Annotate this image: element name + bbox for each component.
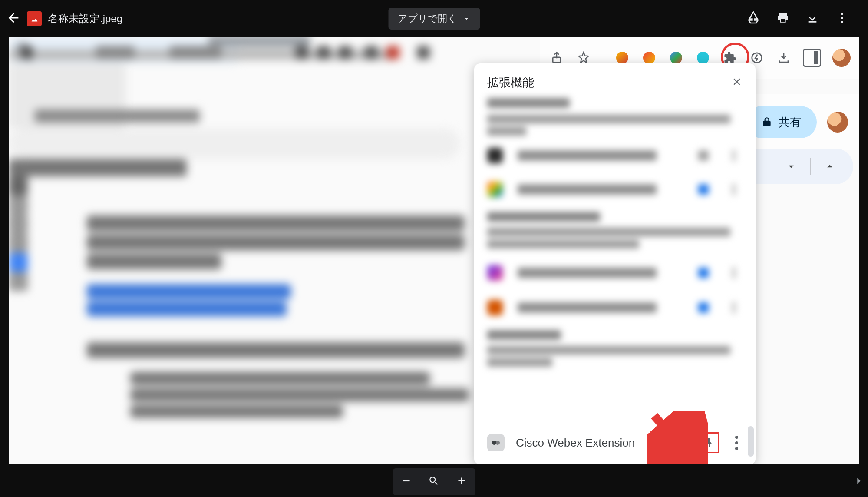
svg-point-1 <box>841 17 843 19</box>
more-options-icon[interactable] <box>835 11 849 27</box>
close-button[interactable] <box>731 76 743 89</box>
zoom-in-button[interactable] <box>456 475 467 488</box>
doc-profile-avatar[interactable] <box>827 112 848 133</box>
share-button[interactable]: 共有 <box>746 106 817 138</box>
doc-toolbar-right <box>745 149 853 184</box>
extensions-popup: 拡張機能 <box>474 63 756 464</box>
extension-item-cisco[interactable]: Cisco Webex Extension <box>474 421 756 464</box>
svg-point-0 <box>841 13 843 15</box>
image-file-icon <box>27 11 42 26</box>
open-with-app-label: アプリで開く <box>398 12 457 25</box>
download-icon[interactable] <box>805 11 819 27</box>
svg-point-6 <box>495 441 500 445</box>
back-button[interactable] <box>6 10 21 27</box>
extension-item-menu-icon[interactable] <box>730 436 743 450</box>
image-canvas: 共有 拡張機能 <box>9 37 859 464</box>
chevron-down-icon[interactable] <box>785 160 797 172</box>
filename-label: 名称未設定.jpeg <box>48 12 122 26</box>
power-icon[interactable] <box>749 50 765 66</box>
extensions-popup-header: 拡張機能 <box>474 63 756 96</box>
profile-avatar[interactable] <box>832 49 851 67</box>
doc-share-area: 共有 <box>738 94 859 150</box>
chevron-up-icon[interactable] <box>824 160 836 172</box>
cisco-webex-icon <box>487 434 505 451</box>
add-to-drive-icon[interactable] <box>746 11 760 27</box>
zoom-out-button[interactable] <box>401 475 412 488</box>
open-with-app-button[interactable]: アプリで開く <box>388 8 480 30</box>
zoom-reset-button[interactable] <box>428 475 439 488</box>
print-icon[interactable] <box>776 11 790 27</box>
share-button-label: 共有 <box>779 115 801 130</box>
toolbar-separator <box>810 158 811 175</box>
image-viewer-toolbar: 名称未設定.jpeg アプリで開く <box>0 0 868 37</box>
zoom-controls <box>393 468 475 495</box>
pin-extension-button[interactable] <box>698 432 719 453</box>
viewer-right-group <box>746 11 862 27</box>
download-tray-icon[interactable] <box>776 50 792 66</box>
side-panel-icon[interactable] <box>803 49 821 67</box>
next-image-button[interactable] <box>852 470 865 492</box>
extensions-popup-title: 拡張機能 <box>487 75 534 90</box>
extension-item-label: Cisco Webex Extension <box>516 436 635 450</box>
viewer-left-group: 名称未設定.jpeg <box>6 10 122 27</box>
popup-scrollbar-thumb[interactable] <box>748 426 754 457</box>
extensions-list-blurred <box>474 96 756 417</box>
svg-point-2 <box>841 21 843 23</box>
